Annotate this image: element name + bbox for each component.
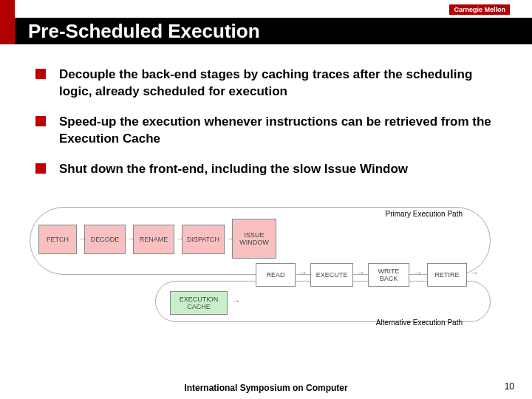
bullet-content: Decouple the back-end stages by caching … [35,66,502,191]
stage-dispatch: DISPATCH [182,225,225,254]
university-logo: Carnegie Mellon [449,4,510,15]
stage-rename: RENAME [133,225,174,254]
stage-execution-cache: EXECUTION CACHE [170,291,228,315]
arrow-icon: → [356,267,365,278]
stage-issue-window: ISSUE WINDOW [232,219,276,259]
stage-retire: RETIRE [427,263,467,287]
primary-path-label: Primary Execution Path [386,210,463,218]
arrow-icon: → [414,267,423,278]
bullet-text: Decouple the back-end stages by caching … [59,66,502,100]
stage-fetch: FETCH [38,225,77,254]
bullet-text: Speed-up the execution whenever instruct… [59,114,502,148]
bullet-square-icon [35,163,46,174]
arrow-icon: → [127,233,136,244]
stage-writeback: WRITE BACK [368,263,409,287]
bullet-square-icon [35,116,46,126]
slide-title-bar: Pre-Scheduled Execution [15,18,532,44]
alternative-path-label: Alternative Execution Path [376,318,463,327]
bullet-item: Decouple the back-end stages by caching … [35,66,502,100]
red-accent-bar [0,0,15,44]
slide-title: Pre-Scheduled Execution [28,20,260,43]
arrow-icon: → [299,267,307,278]
bullet-text: Shut down the front-end, including the s… [59,161,408,178]
footer-text: International Symposium on Computer [0,383,532,393]
arrow-icon: → [232,296,241,306]
arrow-icon: → [226,233,235,244]
arrow-icon: → [470,267,479,278]
bullet-square-icon [35,69,46,79]
arrow-icon: → [78,233,87,244]
page-number: 10 [505,381,514,392]
arrow-icon: → [176,233,185,244]
bullet-item: Speed-up the execution whenever instruct… [35,114,502,148]
pipeline-diagram: Primary Execution Path Alternative Execu… [22,207,510,332]
stage-execute: EXECUTE [310,263,353,287]
bullet-item: Shut down the front-end, including the s… [35,161,502,178]
stage-read: READ [256,263,296,287]
stage-decode: DECODE [84,225,126,254]
